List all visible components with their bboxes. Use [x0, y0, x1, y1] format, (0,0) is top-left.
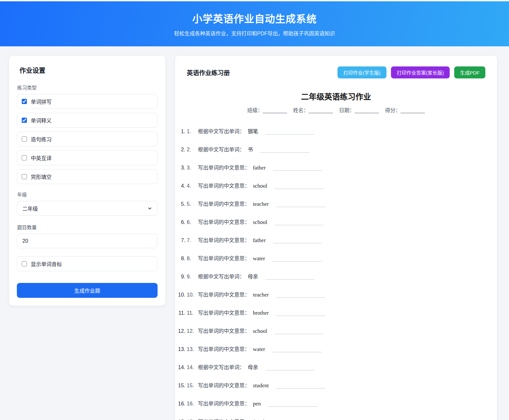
question-row: 16. 写出单词的中文意思： pen [187, 400, 485, 408]
exercise-type-option[interactable]: 完形填空 [17, 169, 158, 184]
meta-item: 得分：________ [385, 108, 425, 113]
question-word: water [253, 346, 265, 352]
question-prompt: 写出单词的中文意思： [198, 310, 250, 316]
question-number: 2. [187, 146, 196, 154]
question-word: brother [253, 310, 269, 316]
question-number: 7. [187, 237, 196, 244]
question-prompt: 根据中文写出单词： [198, 129, 244, 134]
question-row: 9. 根据中文写出单词： 母亲 [187, 273, 485, 281]
workbook-header: 英语作业练习册 打印作业(学生版) 打印作业答案(家长版) 生成PDF [187, 66, 485, 78]
meta-blank: ________ [263, 108, 287, 113]
print-answers-button[interactable]: 打印作业答案(家长版) [391, 66, 450, 78]
phonetic-option-label: 显示单词音标 [31, 260, 62, 268]
exercise-type-checkbox[interactable] [22, 99, 27, 104]
question-word: 母亲 [248, 365, 258, 370]
exercise-type-option[interactable]: 造句练习 [17, 132, 158, 146]
exercise-type-list: 单词拼写 单词释义 造句练习 中英互译 [17, 94, 158, 184]
question-answer-blank [272, 346, 322, 352]
app-subtitle: 轻松生成各种英语作业，支持打印和PDF导出，帮助孩子巩固英语知识 [174, 29, 335, 37]
question-number: 4. [187, 182, 196, 190]
question-row: 2. 根据中文写出单词： 书 [187, 146, 485, 154]
workbook-actions: 打印作业(学生版) 打印作业答案(家长版) 生成PDF [337, 66, 485, 78]
question-row: 7. 写出单词的中文意思： father [187, 237, 485, 244]
sheet-meta: 班级：________ 姓名：________ 日期：________ 得分：_… [187, 106, 485, 114]
question-word: pen [253, 401, 261, 407]
exercise-type-option-label: 单词拼写 [31, 98, 52, 105]
workbook-panel: 英语作业练习册 打印作业(学生版) 打印作业答案(家长版) 生成PDF 二年级英… [175, 56, 497, 420]
settings-panel: 作业设置 练习类型 单词拼写 单词释义 造句练习 [9, 56, 165, 306]
question-number: 13. [187, 345, 196, 353]
meta-label: 得分： [385, 108, 400, 113]
phonetic-checkbox[interactable] [22, 261, 27, 266]
question-answer-blank [276, 201, 325, 207]
generate-pdf-button[interactable]: 生成PDF [454, 66, 485, 78]
exercise-type-option-label: 造句练习 [31, 135, 52, 143]
meta-blank: ________ [400, 108, 425, 113]
question-number: 14. [187, 364, 196, 371]
meta-item: 班级：________ [247, 108, 287, 113]
question-answer-blank [272, 256, 322, 262]
question-word: 母亲 [248, 274, 258, 279]
question-list: 1. 根据中文写出单词： 钢笔 2. 根据中文写出单词： 书 3. 写出单词的中… [187, 128, 485, 420]
exercise-type-option-label: 中英互译 [31, 154, 52, 162]
phonetic-option[interactable]: 显示单词音标 [17, 256, 158, 271]
exercise-type-option[interactable]: 中英互译 [17, 150, 158, 165]
question-number: 8. [187, 255, 196, 262]
grade-select[interactable]: 二年级 [17, 201, 158, 216]
question-row: 1. 根据中文写出单词： 钢笔 [187, 128, 485, 135]
meta-item: 日期：________ [339, 108, 379, 113]
question-row: 14. 根据中文写出单词： 母亲 [187, 364, 485, 371]
question-row: 4. 写出单词的中文意思： school [187, 182, 485, 190]
question-row: 6. 写出单词的中文意思： school [187, 218, 485, 226]
question-answer-blank [260, 147, 309, 153]
question-word: 书 [248, 147, 253, 152]
question-prompt: 根据中文写出单词： [198, 365, 244, 370]
question-prompt: 写出单词的中文意思： [198, 346, 250, 352]
question-prompt: 根据中文写出单词： [198, 147, 244, 152]
exercise-type-checkbox[interactable] [22, 155, 27, 160]
generate-homework-button[interactable]: 生成作业题 [17, 283, 158, 298]
question-answer-blank [265, 274, 314, 280]
question-prompt: 写出单词的中文意思： [198, 256, 250, 261]
question-number: 5. [187, 200, 196, 208]
print-student-button[interactable]: 打印作业(学生版) [337, 66, 386, 78]
question-answer-blank [275, 219, 324, 225]
question-word: father [253, 165, 266, 171]
meta-label: 姓名： [293, 108, 309, 113]
question-number: 16. [187, 400, 196, 408]
question-prompt: 写出单词的中文意思： [198, 328, 250, 334]
question-prompt: 写出单词的中文意思： [198, 219, 250, 225]
question-number: 17. [187, 418, 196, 420]
exercise-type-label: 练习类型 [17, 84, 158, 91]
question-row: 8. 写出单词的中文意思： water [187, 255, 485, 262]
question-row: 11. 写出单词的中文意思： brother [187, 309, 485, 317]
question-answer-blank [268, 401, 317, 407]
question-answer-blank [273, 238, 322, 243]
app-title: 小学英语作业自动生成系统 [192, 11, 317, 25]
grade-label: 年级 [17, 191, 158, 198]
meta-blank: ________ [355, 108, 379, 113]
question-word: school [253, 183, 267, 189]
question-count-label: 题目数量 [17, 224, 158, 230]
question-prompt: 写出单词的中文意思： [198, 165, 250, 170]
exercise-type-option[interactable]: 单词拼写 [17, 94, 158, 109]
question-prompt: 写出单词的中文意思： [198, 401, 250, 406]
question-prompt: 根据中文写出单词： [198, 274, 244, 279]
exercise-type-checkbox[interactable] [22, 136, 27, 142]
exercise-type-checkbox[interactable] [22, 174, 27, 179]
question-word: father [253, 237, 266, 243]
question-answer-blank [275, 328, 324, 334]
question-row: 5. 写出单词的中文意思： teacher [187, 200, 485, 208]
exercise-type-option[interactable]: 单词释义 [17, 113, 158, 128]
question-word: 钢笔 [248, 129, 258, 134]
question-word: school [253, 328, 267, 334]
meta-label: 日期： [339, 108, 355, 113]
question-word: family [253, 419, 267, 420]
question-count-input[interactable] [17, 234, 158, 248]
question-number: 12. [187, 327, 196, 335]
workbook-title: 英语作业练习册 [187, 68, 230, 77]
question-answer-blank [273, 165, 322, 171]
question-answer-blank [276, 292, 325, 298]
question-number: 11. [187, 309, 196, 317]
exercise-type-checkbox[interactable] [22, 118, 27, 123]
